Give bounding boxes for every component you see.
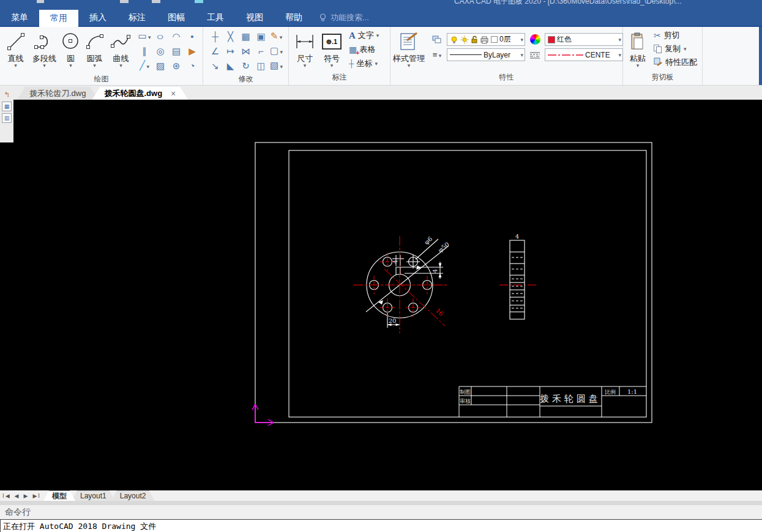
move-icon[interactable]: ┼ (212, 32, 219, 42)
drawing-canvas[interactable]: 制图 审核 拨禾轮圆盘 比例 1:1 (0, 100, 762, 490)
chevron-down-icon: ▾ (618, 37, 621, 43)
circle-button[interactable]: 圆 (60, 29, 81, 73)
panel-label-draw: 绘图 (0, 73, 203, 87)
function-search[interactable]: 功能搜索... (313, 10, 375, 26)
menu-item-help[interactable]: 帮助 (274, 10, 313, 26)
solid-line-preview (450, 54, 482, 55)
tab-layout2[interactable]: Layout2 (111, 490, 155, 501)
erase-icon[interactable]: ▢ (270, 46, 283, 57)
polyline-button[interactable]: 多段线 (29, 29, 60, 73)
menu-item-sheet[interactable]: 图幅 (157, 10, 196, 26)
scale-icon[interactable]: ↘ (211, 61, 219, 71)
copy-object-icon[interactable]: ▣ (256, 32, 265, 42)
coordinate-button[interactable]: ┼ 坐标 (349, 57, 379, 70)
chevron-down-icon: ▾ (618, 52, 621, 58)
menu-item-annotate[interactable]: 标注 (118, 10, 157, 26)
next-tab-icon[interactable]: ▶ (24, 493, 29, 499)
menu-item-view[interactable]: 视图 (235, 10, 274, 26)
style-manager-button[interactable]: 样式管理 (393, 29, 425, 72)
properties-panel-icon[interactable]: ▥ (2, 113, 12, 123)
drawing-svg: 制图 审核 拨禾轮圆盘 比例 1:1 (0, 100, 762, 490)
fillet-icon[interactable]: ∠ (211, 46, 219, 56)
spline-button[interactable]: 曲线 (108, 29, 134, 73)
menu-item-home[interactable]: 常用 (39, 10, 78, 27)
panel-toggle-icon[interactable]: ↰ (2, 90, 12, 100)
table-button[interactable]: ▦ 表格 (349, 43, 379, 56)
tab-layout1[interactable]: Layout1 (72, 490, 115, 501)
first-tab-icon[interactable]: Ⅰ◀ (2, 493, 11, 499)
menu-item-tools[interactable]: 工具 (196, 10, 235, 26)
sketch-line-icon[interactable]: ╱ (140, 61, 149, 72)
match-properties-button[interactable]: 特性匹配 (654, 56, 697, 68)
close-icon[interactable]: × (171, 89, 176, 98)
color-select[interactable]: 红色 ▾ (545, 33, 623, 46)
tab-model[interactable]: 模型 (43, 490, 75, 501)
text-button[interactable]: A 文字 (349, 29, 379, 42)
doc-tab-active[interactable]: 拨禾轮圆盘.dwg × (92, 87, 188, 100)
chamfer-icon[interactable]: ◣ (227, 61, 234, 71)
prev-tab-icon[interactable]: ◀ (15, 493, 20, 499)
color-name: 红色 (557, 34, 572, 45)
edit-pencil-icon[interactable]: ✎ (271, 31, 283, 42)
arc-button[interactable]: 圆弧 (81, 29, 108, 73)
bolt-icon[interactable]: ▤ (172, 46, 181, 56)
panel-properties: 样式管理 0层 ▾ (390, 27, 623, 85)
extend-icon[interactable]: ↦ (226, 46, 234, 56)
break-icon[interactable]: ⌐ (258, 46, 264, 56)
dimension-button[interactable]: 尺寸 (291, 29, 318, 72)
trim-icon[interactable]: ╳ (228, 32, 233, 42)
layer-tool-icon[interactable] (430, 35, 444, 45)
lineweight-icon[interactable]: ≡ (430, 50, 444, 59)
ellipse-icon[interactable]: ○ (157, 32, 165, 42)
dim-hole-dia: φ6 (423, 235, 433, 246)
point-icon[interactable]: • (190, 32, 193, 42)
plate-icon[interactable]: ◎ (156, 46, 164, 56)
line-button[interactable]: 直线 (2, 29, 29, 73)
gear-icon[interactable]: ⊛ (173, 61, 181, 71)
hatch-icon[interactable]: ▨ (156, 61, 165, 71)
search-label: 功能搜索... (331, 12, 369, 23)
linetype-name: ByLayer (484, 51, 510, 59)
coordinate-icon: ┼ (349, 59, 354, 68)
command-output[interactable]: 正在打开 AutoCAD 2018 Drawing 文件 (0, 519, 762, 532)
layer-color-swatch (491, 36, 498, 43)
quick-access-icon[interactable] (120, 0, 129, 3)
hatch-edit-icon[interactable]: ▧ (270, 61, 283, 72)
linetype-select[interactable]: ByLayer ▾ (447, 48, 525, 61)
ribbon-right-edge (759, 27, 762, 85)
array-icon[interactable]: ▦ (241, 32, 250, 42)
title-bar: CAXA CAD 电子图板 2020 - [D:\360MoveData\Use… (0, 0, 762, 10)
text-icon: A (349, 31, 356, 41)
checked-by-label: 审核 (460, 398, 471, 404)
layer-select[interactable]: 0层 ▾ (447, 33, 525, 46)
rectangle-icon[interactable]: ▭ (138, 31, 151, 42)
quick-access-icon[interactable] (37, 0, 44, 3)
doc-tab[interactable]: 拨禾轮齿刀.dwg (17, 87, 98, 100)
color-wheel-icon[interactable] (530, 34, 540, 45)
bulb-on-icon (450, 35, 458, 44)
paste-button[interactable]: 粘贴 (626, 29, 650, 72)
quick-access-icon[interactable] (195, 0, 203, 3)
dim-key-depth: 4 (431, 269, 438, 273)
wipeout-icon[interactable]: ◔ (189, 61, 195, 71)
rotate-icon[interactable]: ↻ (242, 61, 250, 71)
view-icon[interactable]: ◫ (256, 61, 265, 71)
symbol-button[interactable]: ⊕.1 符号 (318, 29, 345, 72)
mirror-icon[interactable]: ⋈ (241, 46, 250, 56)
command-output-text: 正在打开 AutoCAD 2018 Drawing 文件 (3, 522, 156, 531)
menu-item-menu[interactable]: 菜单 (0, 10, 39, 26)
sheet-frame (255, 142, 652, 423)
formula-curve-icon[interactable]: ◠ (172, 32, 180, 42)
quick-access-icon[interactable] (152, 0, 160, 3)
linestyle-tool-icon[interactable] (528, 51, 542, 59)
linestyle-name: CENTE (585, 51, 610, 59)
cut-button[interactable]: ✂ 剪切 (654, 29, 697, 42)
arrow-icon[interactable]: ▶ (189, 46, 196, 56)
style-manager-icon (398, 29, 419, 54)
parallel-line-icon[interactable]: ∥ (142, 46, 147, 56)
copy-button[interactable]: 复制 (654, 43, 697, 55)
menu-item-insert[interactable]: 插入 (78, 10, 118, 26)
library-panel-icon[interactable]: ▦ (2, 102, 12, 111)
last-tab-icon[interactable]: ▶Ⅰ (32, 493, 41, 499)
linestyle-select[interactable]: CENTE ▾ (545, 48, 623, 61)
